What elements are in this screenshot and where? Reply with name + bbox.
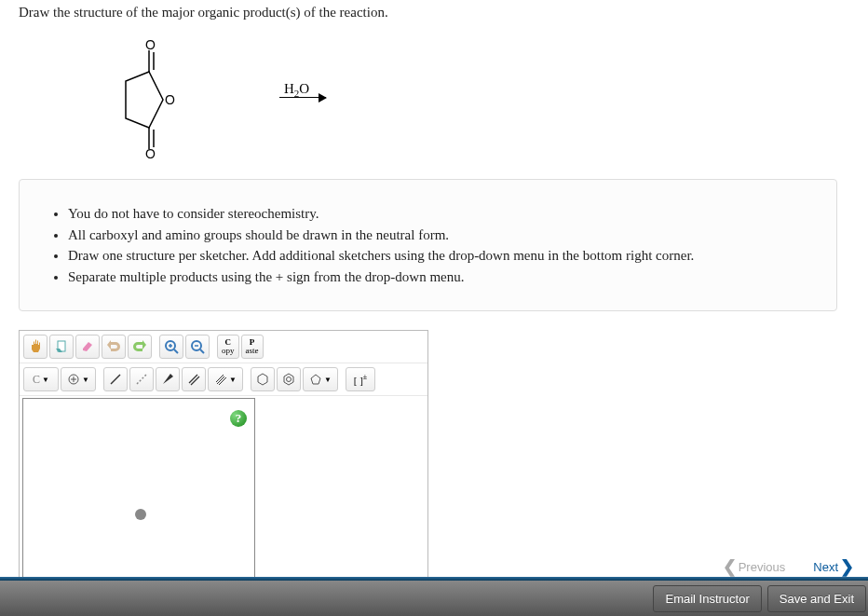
pentagon-ring-picker[interactable]: ▼ — [303, 367, 338, 391]
zoom-out-icon[interactable] — [185, 335, 210, 359]
svg-marker-26 — [284, 374, 293, 385]
reaction-scheme: O O O H2O — [112, 39, 837, 160]
instructions-box: You do not have to consider stereochemis… — [19, 179, 837, 311]
svg-text:O: O — [145, 146, 156, 160]
wedge-bond-icon[interactable] — [156, 367, 180, 391]
save-exit-button[interactable]: Save and Exit — [767, 585, 866, 612]
help-icon[interactable]: ? — [230, 410, 247, 427]
undo-icon[interactable] — [102, 335, 126, 359]
svg-line-18 — [111, 375, 120, 384]
element-picker[interactable]: C▼ — [23, 367, 59, 391]
chevron-left-icon: ❮ — [723, 556, 737, 577]
benzene-ring-icon[interactable] — [277, 367, 301, 391]
svg-marker-25 — [258, 374, 267, 385]
svg-line-19 — [137, 375, 146, 384]
instruction-item: Separate multiple products using the + s… — [68, 267, 808, 288]
svg-text:O: O — [165, 92, 175, 107]
hand-tool-icon[interactable] — [23, 335, 47, 359]
chevron-right-icon: ❯ — [840, 556, 854, 577]
single-bond-icon[interactable] — [103, 367, 128, 391]
svg-line-13 — [200, 349, 204, 353]
previous-link[interactable]: ❮ Previous — [723, 556, 786, 577]
reaction-arrow — [279, 97, 326, 98]
svg-text:O: O — [145, 39, 156, 52]
bracket-tool[interactable]: [ ]± — [346, 367, 375, 391]
charge-picker[interactable]: ▼ — [61, 367, 96, 391]
email-instructor-button[interactable]: Email Instructor — [653, 585, 761, 612]
content-area[interactable]: Draw the structure of the major organic … — [0, 0, 856, 578]
svg-marker-28 — [311, 375, 320, 384]
svg-line-20 — [189, 375, 197, 383]
question-text: Draw the structure of the major organic … — [19, 5, 837, 21]
svg-line-21 — [191, 376, 199, 385]
molecule-sketcher: Copy Paste C▼ ▼ — [19, 330, 428, 578]
copy-button[interactable]: Copy — [217, 335, 239, 359]
paste-button[interactable]: Paste — [241, 335, 264, 359]
hexagon-ring-icon[interactable] — [251, 367, 275, 391]
sketcher-toolbar-1: Copy Paste — [20, 331, 427, 363]
dotted-bond-icon[interactable] — [129, 367, 154, 391]
nav-bar: ❮ Previous Next ❯ — [723, 556, 854, 577]
drawing-canvas[interactable]: ? — [22, 398, 255, 578]
canvas-area: ? — [20, 396, 427, 578]
zoom-in-icon[interactable] — [159, 335, 183, 359]
eraser-tool-icon[interactable] — [75, 335, 100, 359]
instruction-item: You do not have to consider stereochemis… — [68, 203, 808, 225]
next-link[interactable]: Next ❯ — [813, 556, 854, 577]
instruction-item: All carboxyl and amino groups should be … — [68, 225, 808, 246]
canvas-placeholder-atom[interactable] — [135, 509, 146, 520]
sketcher-toolbar-2: C▼ ▼ ▼ — [20, 363, 427, 396]
svg-line-9 — [174, 349, 178, 353]
clear-tool-icon[interactable] — [49, 335, 74, 359]
svg-point-27 — [287, 377, 292, 382]
reactant-structure: O O O — [112, 39, 177, 160]
footer-bar: Email Instructor Save and Exit — [0, 581, 868, 616]
double-bond-icon[interactable] — [182, 367, 206, 391]
triple-bond-picker[interactable]: ▼ — [208, 367, 243, 391]
instruction-item: Draw one structure per sketcher. Add add… — [68, 245, 808, 267]
redo-icon[interactable] — [128, 335, 152, 359]
